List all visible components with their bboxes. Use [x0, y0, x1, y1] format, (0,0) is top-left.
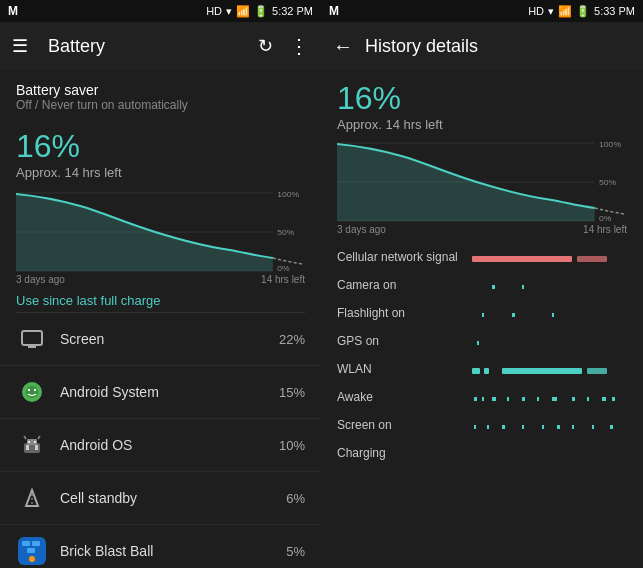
svg-rect-66: [502, 425, 505, 429]
more-button[interactable]: ⋮: [289, 34, 309, 58]
svg-text:0%: 0%: [277, 264, 290, 272]
svg-line-17: [24, 436, 26, 439]
battery-percent: 16%: [16, 128, 305, 165]
left-status-bar: M HD ▾ 📶 🔋 5:32 PM: [0, 0, 321, 22]
history-percent: 16%: [337, 80, 627, 117]
menu-icon[interactable]: ☰: [12, 35, 28, 57]
svg-rect-41: [472, 256, 572, 262]
svg-text:50%: 50%: [277, 228, 295, 237]
svg-rect-71: [592, 425, 594, 429]
history-chart-svg: 100% 50% 0%: [337, 142, 627, 222]
refresh-button[interactable]: ↻: [258, 35, 273, 57]
svg-point-27: [29, 556, 35, 562]
svg-rect-50: [484, 368, 489, 374]
history-row-camera: Camera on: [321, 271, 643, 299]
battery-chart-svg: 100% 50% 0%: [16, 192, 305, 272]
android-system-percent: 15%: [279, 385, 305, 400]
left-panel: M HD ▾ 📶 🔋 5:32 PM ☰ Battery ↻ ⋮ Battery…: [0, 0, 321, 568]
svg-text:0%: 0%: [599, 213, 612, 222]
battery-stats: 16% Approx. 14 hrs left: [0, 120, 321, 192]
screen-on-label: Screen on: [337, 418, 467, 432]
usage-list: Screen 22% Android System 15%: [0, 313, 321, 568]
svg-rect-62: [602, 397, 606, 401]
svg-rect-26: [27, 548, 35, 553]
wlan-bar: [467, 363, 627, 375]
screen-label: Screen: [60, 331, 279, 347]
toolbar-title: Battery: [48, 36, 246, 57]
brick-blast-icon: [16, 535, 48, 567]
screen-icon: [16, 323, 48, 355]
history-row-gps: GPS on: [321, 327, 643, 355]
svg-point-12: [34, 389, 36, 391]
use-since-label: Use since last full charge: [0, 287, 321, 312]
svg-rect-44: [522, 285, 524, 289]
signal-icon: 📶: [236, 5, 250, 18]
svg-point-10: [26, 386, 38, 398]
svg-rect-52: [587, 368, 607, 374]
svg-text:50%: 50%: [599, 177, 617, 187]
svg-rect-54: [482, 397, 484, 401]
svg-text:100%: 100%: [599, 142, 622, 149]
history-rows: Cellular network signal Camera on Flashl…: [321, 239, 643, 568]
svg-text:100%: 100%: [277, 192, 300, 199]
svg-point-11: [28, 389, 30, 391]
svg-rect-45: [482, 313, 484, 317]
history-row-wlan: WLAN: [321, 355, 643, 383]
battery-chart: 100% 50% 0%: [16, 192, 305, 272]
battery-approx: Approx. 14 hrs left: [16, 165, 305, 180]
history-approx: Approx. 14 hrs left: [337, 117, 627, 132]
history-row-cellular: Cellular network signal: [321, 243, 643, 271]
cellular-label: Cellular network signal: [337, 250, 467, 264]
history-stats: 16% Approx. 14 hrs left: [321, 70, 643, 142]
right-wifi-icon: ▾: [548, 5, 554, 18]
charging-bar: [467, 447, 627, 459]
hd-label: HD: [206, 5, 222, 17]
history-row-screen-on: Screen on: [321, 411, 643, 439]
svg-rect-69: [557, 425, 560, 429]
battery-saver-title: Battery saver: [16, 82, 305, 98]
svg-rect-25: [32, 541, 40, 546]
history-row-flashlight: Flashlight on: [321, 299, 643, 327]
svg-rect-56: [507, 397, 509, 401]
svg-rect-47: [552, 313, 554, 317]
svg-line-18: [38, 436, 40, 439]
flashlight-label: Flashlight on: [337, 306, 467, 320]
m-icon: M: [8, 4, 18, 18]
svg-rect-57: [522, 397, 525, 401]
usage-item-android-os[interactable]: Android OS 10%: [0, 419, 321, 472]
usage-item-cell-standby[interactable]: Cell standby 6%: [0, 472, 321, 525]
svg-rect-20: [35, 445, 38, 450]
battery-saver-section: Battery saver Off / Never turn on automa…: [0, 70, 321, 120]
right-battery-icon: 🔋: [576, 5, 590, 18]
usage-item-brick-blast[interactable]: Brick Blast Ball 5%: [0, 525, 321, 568]
svg-rect-63: [612, 397, 615, 401]
right-panel: M HD ▾ 📶 🔋 5:33 PM ← History details 16%…: [321, 0, 643, 568]
toolbar-actions: ↻ ⋮: [258, 34, 309, 58]
cell-standby-icon: [16, 482, 48, 514]
screen-on-bar: [467, 419, 627, 431]
svg-rect-55: [492, 397, 496, 401]
usage-item-android-system[interactable]: Android System 15%: [0, 366, 321, 419]
brick-blast-percent: 5%: [286, 544, 305, 559]
svg-point-16: [34, 441, 36, 443]
gps-bar: [467, 335, 627, 347]
right-toolbar: ← History details: [321, 22, 643, 70]
awake-bar: [467, 391, 627, 403]
time-label: 5:32 PM: [272, 5, 313, 17]
right-time-label: 5:33 PM: [594, 5, 635, 17]
cellular-bar: [467, 251, 627, 263]
camera-bar: [467, 279, 627, 291]
gps-label: GPS on: [337, 334, 467, 348]
history-chart: 100% 50% 0%: [337, 142, 627, 222]
right-chart-x-end: 14 hrs left: [583, 224, 627, 235]
right-hd-label: HD: [528, 5, 544, 17]
svg-rect-67: [522, 425, 524, 429]
right-signal-icon: 📶: [558, 5, 572, 18]
svg-rect-70: [572, 425, 574, 429]
usage-item-screen[interactable]: Screen 22%: [0, 313, 321, 366]
left-toolbar: ☰ Battery ↻ ⋮: [0, 22, 321, 70]
screen-percent: 22%: [279, 332, 305, 347]
back-button[interactable]: ←: [333, 35, 353, 58]
camera-label: Camera on: [337, 278, 467, 292]
svg-rect-64: [474, 425, 476, 429]
